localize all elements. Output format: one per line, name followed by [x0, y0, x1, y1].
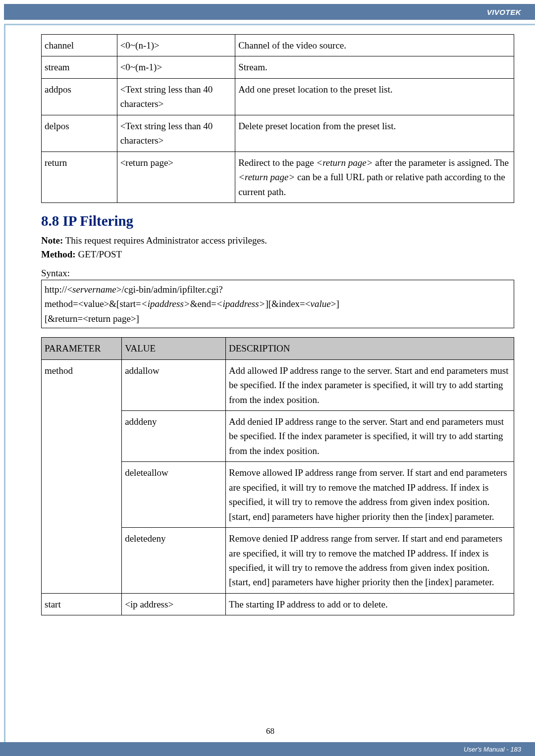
cell-param: start — [42, 593, 122, 615]
cell-value: <Text string less than 40 characters> — [117, 115, 235, 151]
table-row: method addallow Add allowed IP address r… — [42, 359, 514, 410]
cell-desc: Remove denied IP address range from serv… — [226, 528, 514, 594]
desc-italic: <return page> — [316, 157, 373, 168]
syntax-italic: value — [311, 299, 331, 309]
table-header-row: PARAMETER VALUE DESCRIPTION — [42, 338, 514, 359]
table-row: start <ip address> The starting IP addre… — [42, 593, 514, 615]
cell-desc: Remove allowed IP address range from ser… — [226, 462, 514, 528]
cell-desc: Stream. — [235, 56, 514, 78]
note-line: Note: This request requires Administrato… — [41, 235, 514, 246]
syntax-text: ][&index=< — [265, 299, 310, 309]
table-row: stream <0~(m-1)> Stream. — [42, 56, 514, 78]
note-text: This request requires Administrator acce… — [63, 235, 267, 246]
cell-param: stream — [42, 56, 117, 78]
cell-value: <0~(m-1)> — [117, 56, 235, 78]
syntax-line: http://<servername>/cgi-bin/admin/ipfilt… — [45, 282, 511, 297]
section-heading: 8.8 IP Filtering — [41, 213, 514, 229]
cell-desc: Redirect to the page <return page> after… — [235, 151, 514, 202]
desc-italic: <return page> — [238, 172, 295, 182]
footer-band: User's Manual - 183 — [0, 742, 535, 756]
method-label: Method: — [41, 249, 76, 259]
cell-desc: The starting IP address to add or to del… — [226, 593, 514, 615]
cell-value: <return page> — [117, 151, 235, 202]
cell-desc: Add allowed IP address range to the serv… — [226, 359, 514, 410]
cell-value: addallow — [122, 359, 226, 410]
cell-param: addpos — [42, 78, 117, 115]
syntax-line: [&return=<return page>] — [45, 311, 511, 326]
syntax-box: http://<servername>/cgi-bin/admin/ipfilt… — [41, 280, 514, 328]
cell-desc: Delete preset location from the preset l… — [235, 115, 514, 151]
method-text: GET/POST — [76, 249, 122, 259]
method-line: Method: GET/POST — [41, 249, 514, 260]
note-label: Note: — [41, 235, 63, 246]
table-row: delpos <Text string less than 40 charact… — [42, 115, 514, 151]
col-header: DESCRIPTION — [226, 338, 514, 359]
cell-param: return — [42, 151, 117, 202]
cell-value: deleteallow — [122, 462, 226, 528]
syntax-text: &end= — [190, 299, 216, 309]
page-number-center: 68 — [5, 726, 535, 736]
cell-value: <ip address> — [122, 593, 226, 615]
cell-desc: Add denied IP address range to the serve… — [226, 411, 514, 462]
page-content: channel <0~(n-1)> Channel of the video s… — [4, 24, 535, 752]
syntax-line: method=<value>&[start=<ipaddress>&end=<i… — [45, 297, 511, 311]
desc-text: after the parameter is assigned. The — [373, 157, 509, 168]
syntax-text: >/cgi-bin/admin/ipfilter.cgi? — [116, 284, 223, 295]
cell-param: delpos — [42, 115, 117, 151]
cell-desc: Channel of the video source. — [235, 35, 514, 56]
brand-text: VIVOTEK — [487, 8, 521, 16]
cell-param: channel — [42, 35, 117, 56]
desc-text: Redirect to the page — [238, 157, 316, 168]
syntax-text: >] — [331, 299, 339, 309]
syntax-text: http://< — [45, 284, 72, 295]
parameter-table-1: channel <0~(n-1)> Channel of the video s… — [41, 34, 514, 203]
col-header: VALUE — [122, 338, 226, 359]
table-row: return <return page> Redirect to the pag… — [42, 151, 514, 202]
table-row: channel <0~(n-1)> Channel of the video s… — [42, 35, 514, 56]
cell-value: adddeny — [122, 411, 226, 462]
table-row: addpos <Text string less than 40 charact… — [42, 78, 514, 115]
syntax-text: method=<value>&[start= — [45, 299, 141, 309]
cell-value: deletedeny — [122, 528, 226, 594]
cell-value: <Text string less than 40 characters> — [117, 78, 235, 115]
col-header: PARAMETER — [42, 338, 122, 359]
syntax-italic: <ipaddress> — [141, 299, 190, 309]
header-band: VIVOTEK — [4, 4, 535, 20]
syntax-italic: <ipaddress> — [216, 299, 266, 309]
parameter-table-2: PARAMETER VALUE DESCRIPTION method addal… — [41, 337, 514, 615]
footer-right-text: User's Manual - 183 — [464, 746, 521, 753]
cell-desc: Add one preset location to the preset li… — [235, 78, 514, 115]
cell-value: <0~(n-1)> — [117, 35, 235, 56]
syntax-label: Syntax: — [41, 268, 514, 279]
cell-param: method — [42, 359, 122, 593]
syntax-italic: servername — [72, 284, 116, 295]
